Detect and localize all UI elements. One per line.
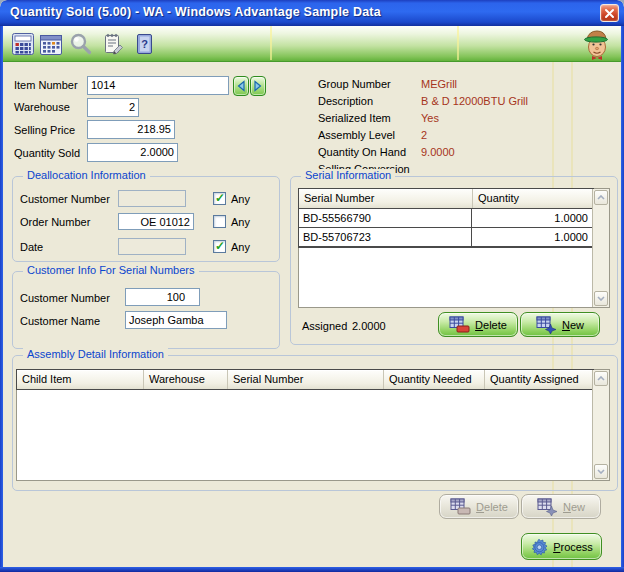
scroll-down-button[interactable] (594, 464, 608, 479)
serial-delete-label: Delete (475, 319, 507, 331)
serial-number-column-header[interactable]: Serial Number (299, 189, 473, 208)
close-button[interactable] (600, 4, 619, 22)
serial-row-1[interactable]: BD-55566790 1.0000 (299, 208, 593, 227)
assembly-delete-label: Delete (476, 501, 508, 513)
assembly-title: Assembly Detail Information (23, 348, 168, 360)
warehouse-field[interactable]: 2 (87, 98, 139, 117)
delete-row-icon (449, 316, 470, 333)
help-icon: ? (131, 31, 157, 57)
serial-cell: BD-55566790 (299, 209, 472, 227)
notes-button[interactable] (99, 30, 127, 58)
scroll-up-button[interactable] (594, 371, 608, 386)
warehouse-label: Warehouse (14, 101, 70, 113)
serial-info-title: Serial Information (301, 169, 395, 181)
delete-row-icon (450, 498, 471, 515)
new-row-icon (536, 316, 557, 334)
date-any-label: Any (231, 241, 250, 253)
serial-grid: Serial Number Quantity BD-55566790 1.000… (298, 188, 594, 248)
serial-number-column-header[interactable]: Serial Number (228, 370, 384, 389)
customer-number-any-checkbox[interactable] (213, 192, 226, 205)
window-title: Quantity Sold (5.00) - WA - Windows Adva… (10, 5, 381, 19)
serial-header-row: Serial Number Quantity (299, 189, 593, 208)
warehouse-column-header[interactable]: Warehouse (144, 370, 228, 389)
assigned-value: 2.0000 (352, 320, 386, 332)
assembly-grid: Child Item Warehouse Serial Number Quant… (16, 369, 594, 390)
new-row-icon (537, 498, 558, 516)
quantity-on-hand-value: 9.0000 (421, 146, 455, 158)
assigned-label: Assigned (302, 320, 347, 332)
toolbar-stripe (270, 26, 272, 60)
date-label: Date (20, 241, 43, 253)
calculator-icon (10, 31, 36, 57)
child-item-column-header[interactable]: Child Item (17, 370, 144, 389)
chevron-up-icon (597, 195, 605, 200)
chevron-down-icon (597, 469, 605, 474)
calculator-button[interactable] (9, 30, 37, 58)
serialized-item-value: Yes (421, 112, 439, 124)
dealloc-customer-number-label: Customer Number (20, 193, 110, 205)
chevron-up-icon (597, 376, 605, 381)
item-number-label: Item Number (14, 79, 78, 91)
assembly-scrollbar[interactable] (592, 370, 609, 480)
selling-price-label: Selling Price (14, 124, 75, 136)
serial-delete-button[interactable]: Delete (438, 312, 518, 337)
serial-cell: BD-55706723 (299, 228, 472, 246)
description-label: Description (318, 95, 373, 107)
scroll-up-button[interactable] (594, 190, 608, 205)
quantity-column-header[interactable]: Quantity (473, 189, 593, 208)
cust-name-label: Customer Name (20, 315, 100, 327)
serial-new-label: New (562, 319, 584, 331)
order-number-any-checkbox[interactable] (213, 215, 226, 228)
serial-row-2[interactable]: BD-55706723 1.0000 (299, 227, 593, 247)
cust-name-field[interactable]: Joseph Gamba (125, 311, 227, 329)
customer-number-any-label: Any (231, 193, 250, 205)
serial-new-button[interactable]: New (520, 312, 600, 337)
quantity-sold-window: Quantity Sold (5.00) - WA - Windows Adva… (0, 0, 624, 572)
process-button[interactable]: Process (521, 533, 602, 560)
notes-icon (100, 31, 126, 57)
calendar-button[interactable] (37, 30, 65, 58)
window-border-left (0, 26, 3, 567)
search-icon (68, 31, 94, 57)
arrow-right-icon (253, 80, 263, 92)
quantity-on-hand-label: Quantity On Hand (318, 146, 406, 158)
date-any-checkbox[interactable] (213, 240, 226, 253)
assembly-new-label: New (563, 501, 585, 513)
assembly-table: Child Item Warehouse Serial Number Quant… (16, 369, 610, 481)
quantity-assigned-column-header[interactable]: Quantity Assigned (485, 370, 593, 389)
serial-table: Serial Number Quantity BD-55566790 1.000… (298, 188, 610, 308)
next-item-button[interactable] (250, 76, 266, 96)
customer-info-title: Customer Info For Serial Numbers (23, 264, 199, 276)
order-number-label: Order Number (20, 216, 90, 228)
item-number-field[interactable]: 1014 (87, 76, 229, 95)
window-border-bottom (0, 567, 624, 572)
calendar-icon (38, 31, 64, 57)
gear-icon (530, 538, 548, 556)
arrow-left-icon (236, 80, 246, 92)
assembly-level-label: Assembly Level (318, 129, 395, 141)
serialized-item-label: Serialized Item (318, 112, 391, 124)
prev-item-button[interactable] (233, 76, 249, 96)
toolbar-stripe (457, 26, 459, 60)
svg-text:?: ? (141, 38, 148, 50)
help-button[interactable]: ? (130, 30, 158, 58)
mascot-icon (579, 27, 615, 62)
dealloc-customer-number-field (118, 190, 186, 207)
scroll-down-button[interactable] (594, 291, 608, 306)
deallocation-title: Deallocation Information (23, 169, 150, 181)
cust-number-field[interactable]: 100 (125, 288, 200, 306)
customer-info-groupbox: Customer Info For Serial Numbers (12, 271, 280, 349)
search-button[interactable] (67, 30, 95, 58)
chevron-down-icon (597, 296, 605, 301)
group-number-value: MEGrill (421, 78, 457, 90)
selling-price-field[interactable]: 218.95 (87, 120, 175, 139)
quantity-sold-field[interactable]: 2.0000 (87, 143, 178, 162)
quantity-needed-column-header[interactable]: Quantity Needed (384, 370, 485, 389)
titlebar: Quantity Sold (5.00) - WA - Windows Adva… (0, 0, 624, 26)
assembly-level-value: 2 (421, 129, 427, 141)
serial-scrollbar[interactable] (592, 189, 609, 307)
quantity-cell: 1.0000 (472, 228, 592, 246)
process-label: Process (553, 541, 593, 553)
order-number-field[interactable]: OE 01012 (118, 213, 194, 230)
assembly-new-button: New (521, 494, 601, 519)
